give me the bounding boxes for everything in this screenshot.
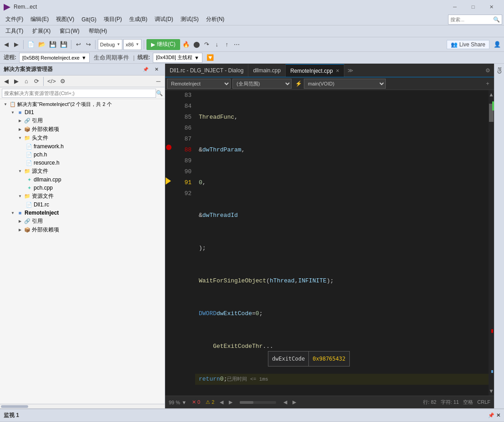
step-out-button[interactable]: ↑ [222, 39, 232, 50]
function-dropdown[interactable]: main(VOID) [304, 79, 386, 89]
process-dropdown[interactable]: [0x5B8] RemoteInject.exe ▼ [19, 53, 90, 63]
step-in-button[interactable]: ↓ [212, 39, 222, 50]
tree-file-dll1rc[interactable]: 📄 Dll1.rc [0, 201, 165, 209]
menu-window[interactable]: 窗口(W) [56, 26, 83, 36]
tree-file-pch[interactable]: 📄 pch.h [0, 151, 165, 159]
filter-button[interactable]: 🔽 [205, 52, 215, 63]
menu-debug[interactable]: 调试(D) [151, 14, 177, 25]
hot-reload-button[interactable]: 🔥 [181, 39, 191, 50]
debug-toolbar-extra[interactable]: ⋯ [232, 39, 242, 50]
nav-fwd-button[interactable]: ▶ [229, 399, 232, 405]
maximize-button[interactable]: □ [464, 0, 482, 14]
menu-build[interactable]: 生成(B) [126, 14, 151, 25]
save-button[interactable]: 💾 [48, 39, 58, 50]
tab-overflow-button[interactable]: ≫ [344, 64, 357, 77]
tree-arrow-header[interactable]: ▼ [16, 136, 24, 140]
close-panel-button[interactable]: ✕ [152, 64, 161, 75]
tree-file-pch-cpp[interactable]: ✦ pch.cpp [0, 184, 165, 192]
tab-remoteinjct[interactable]: RemoteInject.cpp ✕ [286, 64, 344, 77]
pin-button[interactable]: 📌 [141, 64, 150, 75]
sol-refresh[interactable]: ⟳ [32, 76, 41, 87]
tree-header-files[interactable]: ▼ 📁 头文件 [0, 134, 165, 142]
menu-analyze[interactable]: 分析(N) [202, 14, 228, 25]
menu-help[interactable]: 帮助(H) [85, 26, 111, 36]
tree-arrow-ri-ref[interactable]: ▶ [16, 219, 24, 223]
tree-arrow-dll1[interactable]: ▼ [9, 111, 16, 115]
redo-button[interactable]: ↪ [84, 39, 93, 50]
range-dropdown[interactable]: (全局范围) [232, 79, 292, 89]
code-content[interactable]: ThreadFunc, &dwThrdParam, 0, &dwThreadId… [195, 90, 489, 396]
scroll-left-button[interactable]: ◀ [283, 399, 287, 405]
minimize-button[interactable]: ─ [446, 0, 464, 14]
sol-home[interactable]: ⌂ [22, 76, 31, 87]
sol-nav-fwd[interactable]: ▶ [12, 76, 21, 87]
debug-config-dropdown[interactable]: Debug ▼ [98, 39, 122, 50]
step-over-button[interactable]: ↷ [202, 39, 212, 50]
tab-dllmain[interactable]: dllmain.cpp [248, 64, 286, 77]
forward-button[interactable]: ▶ [12, 39, 21, 50]
tree-external-deps[interactable]: ▶ 📦 外部依赖项 [0, 125, 165, 134]
tree-arrow-solution[interactable]: ▼ [2, 102, 9, 106]
menu-project[interactable]: 项目(P) [100, 14, 126, 25]
menu-edit[interactable]: 编辑(E) [27, 14, 52, 25]
tree-file-dllmain[interactable]: ✦ dllmain.cpp [0, 176, 165, 184]
menu-tools[interactable]: 工具(T) [2, 26, 27, 36]
global-search-input[interactable] [450, 17, 491, 22]
back-button[interactable]: ◀ [2, 39, 11, 50]
scroll-up-button[interactable]: ▲ [489, 90, 494, 99]
tree-dll1[interactable]: ▼ ■ Dll1 [0, 108, 165, 116]
tab-dll1rc[interactable]: Dll1.rc - DLG_INJECT - Dialog [165, 64, 248, 77]
platform-dropdown[interactable]: x86 ▼ [123, 39, 141, 50]
undo-button[interactable]: ↩ [74, 39, 83, 50]
scroll-right-button[interactable]: ▶ [292, 399, 296, 405]
tree-arrow-extdep[interactable]: ▶ [16, 127, 24, 131]
scroll-down-button[interactable]: ▼ [489, 387, 494, 396]
menu-test[interactable]: 测试(S) [177, 14, 202, 25]
sol-code-view[interactable]: </> [46, 76, 57, 87]
ri-label: RemoteInject [25, 210, 59, 216]
line-num-86: 86 [176, 123, 192, 134]
lifecycle-button[interactable]: 生命周期事件 [92, 52, 131, 63]
close-button[interactable]: ✕ [482, 0, 500, 14]
tab-settings-button[interactable]: ⚙ [481, 64, 494, 77]
menu-git[interactable]: Git(G) [78, 15, 100, 24]
account-button[interactable]: 👤 [492, 39, 502, 50]
sol-nav-back[interactable]: ◀ [2, 76, 11, 87]
solution-search-input[interactable] [2, 89, 156, 98]
tree-source-files[interactable]: ▼ 📁 源文件 [0, 167, 165, 176]
watch-close-button[interactable]: ✕ [496, 412, 500, 418]
sol-scrollbar-h[interactable] [0, 404, 165, 408]
liveshare-button[interactable]: 👥 Live Share [447, 40, 489, 49]
sol-collapse[interactable]: ─ [154, 76, 163, 87]
tree-arrow-resource[interactable]: ▼ [16, 194, 24, 198]
menu-file[interactable]: 文件(F) [2, 14, 27, 25]
tree-ri-external-deps[interactable]: ▶ 📦 外部依赖项 [0, 226, 165, 234]
open-button[interactable]: 📂 [37, 39, 47, 50]
continue-button[interactable]: ▶ 继续(C) [146, 39, 180, 50]
tree-arrow-source[interactable]: ▼ [16, 169, 24, 173]
menu-view[interactable]: 视图(V) [52, 14, 78, 25]
thread-dropdown[interactable]: [0x43D8] 主线程 ▼ [153, 53, 202, 63]
tree-ri-references[interactable]: ▶ 🔗 引用 [0, 217, 165, 226]
tree-solution-root[interactable]: ▼ 📋 解决方案"RemoteInject"(2 个项目，共 2 个 [0, 100, 165, 108]
breakpoint-button[interactable]: ⬤ [192, 39, 202, 50]
sol-settings[interactable]: ⚙ [58, 76, 67, 87]
watch-pin-button[interactable]: 📌 [488, 412, 494, 418]
add-line-button[interactable]: + [483, 78, 492, 89]
nav-back-button[interactable]: ◀ [220, 399, 223, 405]
tree-file-framework[interactable]: 📄 framework.h [0, 142, 165, 151]
tree-arrow-ri[interactable]: ▼ [9, 211, 16, 215]
tree-arrow-ref[interactable]: ▶ [16, 119, 24, 123]
tree-arrow-ri-extdep[interactable]: ▶ [16, 228, 24, 232]
tree-resource-files[interactable]: ▼ 📁 资源文件 [0, 192, 165, 201]
tree-file-resource[interactable]: 📄 resource.h [0, 159, 165, 167]
menu-extensions[interactable]: 扩展(X) [29, 26, 54, 36]
new-file-button[interactable]: 📄 [26, 39, 36, 50]
scope-dropdown[interactable]: RemoteInject [167, 79, 231, 89]
tree-remote-inject[interactable]: ▼ ■ RemoteInject [0, 209, 165, 217]
save-all-button[interactable]: 💾 [59, 39, 69, 50]
editor-scrollbar[interactable]: ▲ ▼ [489, 90, 494, 396]
tab-close-button[interactable]: ✕ [336, 68, 339, 73]
git-tab[interactable]: Git [496, 64, 503, 77]
tree-references[interactable]: ▶ 🔗 引用 [0, 116, 165, 125]
